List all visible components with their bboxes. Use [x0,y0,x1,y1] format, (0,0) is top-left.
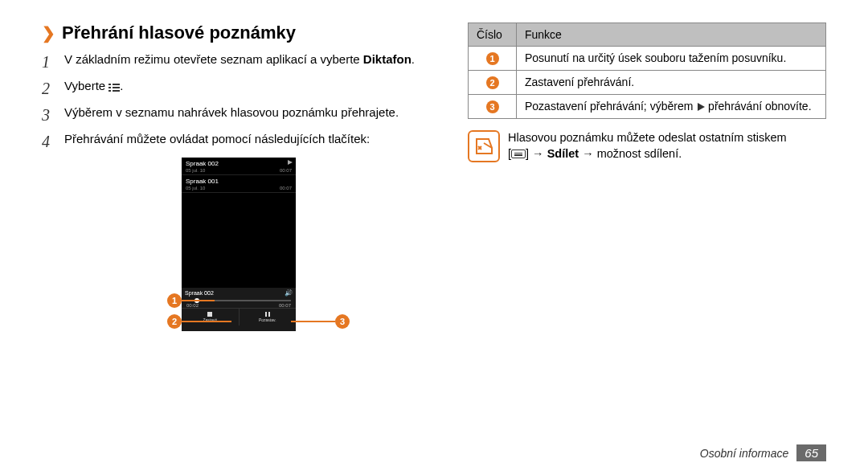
total-time: 00:07 [279,303,291,308]
table-row: 1 Posunutí na určitý úsek souboru tažení… [469,47,826,71]
player-area: Spraak 002 🔊 00:0200:07 Zastavit Pozasta… [182,288,296,331]
row-number-badge: 3 [486,100,499,113]
recording-row: Spraak 001 05 jul. 1000:07 [182,175,296,193]
footer-section-label: Osobní informace [700,447,789,460]
row-function: Posunutí na určitý úsek souboru tažením … [517,47,826,71]
heading-title: Přehrání hlasové poznámky [62,23,296,43]
play-row-icon [288,160,293,165]
note-block: Hlasovou poznámku můžete odeslat ostatní… [468,130,826,162]
seek-knob [194,298,199,303]
list-icon [108,79,120,95]
step-text: Přehrávání můžete ovládat pomocí následu… [64,131,370,153]
pause-button: Pozastav. [240,309,297,326]
stop-button: Zastavit [182,309,240,326]
right-column: Číslo Funkce 1 Posunutí na určitý úsek s… [468,23,826,331]
callout-line [291,321,335,322]
svg-rect-4 [108,90,111,92]
step-3: 3 Výběrem v seznamu nahrávek hlasovou po… [42,104,436,126]
nowplaying-label: Spraak 002 [185,290,281,296]
row-number-badge: 2 [486,76,499,89]
play-icon [698,103,705,111]
page-number: 65 [796,444,826,461]
recording-row: Spraak 002 05 jul. 1000:07 [182,158,296,175]
row-number-badge: 1 [486,52,499,65]
page-footer: Osobní informace 65 [700,444,826,461]
pause-icon [265,312,270,317]
svg-rect-3 [113,87,120,88]
step-number: 1 [42,51,56,73]
step-text: Výběrem v seznamu nahrávek hlasovou pozn… [64,104,399,126]
svg-rect-5 [113,90,120,92]
stop-icon [207,312,212,317]
callout-bubble-3: 3 [335,314,350,329]
step-number: 3 [42,104,56,126]
phone-screenshot: Spraak 002 05 jul. 1000:07 Spraak 001 05… [42,158,436,331]
left-column: ❯ Přehrání hlasové poznámky 1 V základní… [42,23,436,331]
svg-rect-2 [108,87,111,88]
volume-icon: 🔊 [285,289,293,297]
svg-rect-1 [113,84,120,85]
table-header: Číslo Funkce [469,23,826,47]
col-number-header: Číslo [469,23,517,47]
section-heading: ❯ Přehrání hlasové poznámky [42,23,436,43]
step-text: V základním režimu otevřete seznam aplik… [64,51,415,73]
callout-bubble-2: 2 [167,314,182,329]
table-row: 3 Pozastavení přehrávání; výběrem přehrá… [469,95,826,119]
step-4: 4 Přehrávání můžete ovládat pomocí násle… [42,131,436,153]
phone: Spraak 002 05 jul. 1000:07 Spraak 001 05… [182,158,296,331]
step-2: 2 Vyberte . [42,78,436,100]
col-function-header: Funkce [517,23,826,47]
callout-bubble-1: 1 [167,293,182,308]
svg-rect-0 [108,84,111,85]
seekbar [186,300,291,301]
row-function: Zastavení přehrávání. [517,71,826,95]
current-time: 00:02 [186,303,199,308]
step-number: 2 [42,78,56,100]
step-1: 1 V základním režimu otevřete seznam apl… [42,51,436,73]
function-table: Číslo Funkce 1 Posunutí na určitý úsek s… [468,23,826,119]
table-row: 2 Zastavení přehrávání. [469,71,826,95]
step-list: 1 V základním režimu otevřete seznam apl… [42,51,436,153]
note-icon [468,130,500,162]
chevron-icon: ❯ [42,23,55,43]
note-text: Hlasovou poznámku můžete odeslat ostatní… [508,130,787,162]
row-function: Pozastavení přehrávání; výběrem přehrává… [517,95,826,119]
menu-button-icon [511,149,526,158]
step-text: Vyberte . [64,78,123,100]
step-number: 4 [42,131,56,153]
